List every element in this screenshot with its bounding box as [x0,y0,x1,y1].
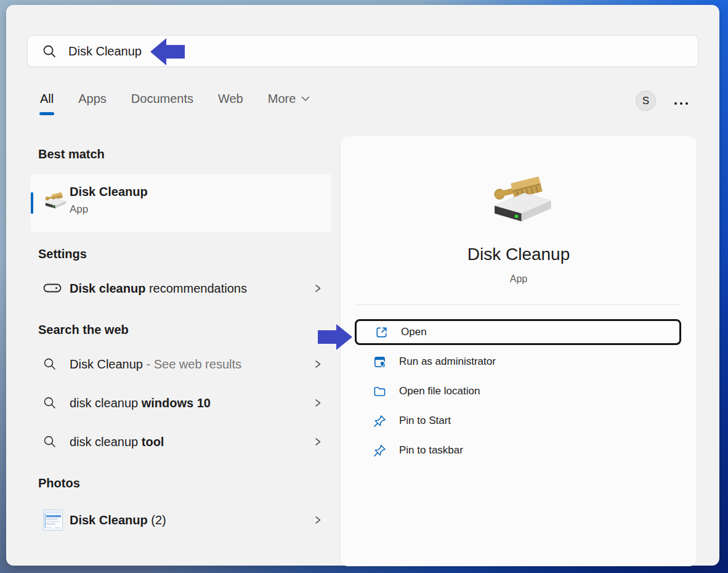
result-text-rest: (2) [148,513,166,527]
pin-icon [373,414,399,428]
account-avatar[interactable]: S [636,91,656,111]
result-text-muted: - See web results [143,357,241,371]
tab-more[interactable]: More [268,92,310,115]
best-match-result[interactable]: Disk Cleanup App [31,174,331,232]
chevron-down-icon [301,96,310,102]
action-run-as-administrator[interactable]: Run as administrator [355,349,681,375]
filter-tabs: All Apps Documents Web More [40,92,310,115]
result-text: disk cleanup tool [70,435,164,449]
result-preview-pane: Disk Cleanup App Open [341,136,697,566]
action-label: Open [401,326,427,338]
result-text-bold: windows 10 [142,396,211,410]
disk-cleanup-app-icon-large [485,172,552,228]
chevron-right-icon [314,399,322,407]
more-options-icon[interactable] [674,102,688,105]
disk-cleanup-app-icon [42,190,67,213]
result-text: disk cleanup windows 10 [70,396,211,410]
search-panel: All Apps Documents Web More S Best match [6,5,719,566]
search-box[interactable] [27,35,698,67]
search-input[interactable] [67,44,254,59]
divider [355,304,681,305]
open-external-icon [374,325,401,339]
chevron-right-icon [314,284,322,293]
action-label: Pin to Start [399,415,451,427]
action-open-file-location[interactable]: Open file location [355,378,681,404]
photos-heading: Photos [38,476,80,490]
search-icon [43,396,70,410]
action-label: Pin to taskbar [399,444,463,457]
result-text-rest: recommendations [145,282,247,295]
best-match-subtitle: App [70,203,88,216]
storage-drive-icon [43,283,70,293]
preview-subtitle: App [341,274,697,285]
result-text-lead: disk cleanup [70,435,142,449]
preview-title: Disk Cleanup [341,245,697,264]
web-suggestion-see-web-results[interactable]: Disk Cleanup - See web results [31,351,331,378]
result-text-lead: disk cleanup [70,396,142,410]
search-the-web-heading: Search the web [38,323,129,337]
result-text: Disk Cleanup - See web results [70,357,241,372]
result-text: Disk Cleanup (2) [70,513,166,527]
photo-thumbnail [43,510,70,530]
action-list: Open Run as administrator [355,319,681,467]
chevron-right-icon [314,360,322,368]
folder-icon [373,384,399,399]
tab-documents[interactable]: Documents [131,92,193,115]
pin-icon [373,444,399,458]
best-match-heading: Best match [38,147,105,161]
selection-accent-bar [31,192,33,214]
tab-web[interactable]: Web [218,92,243,115]
search-icon [43,435,70,449]
best-match-title: Disk Cleanup [70,185,148,199]
action-pin-to-taskbar[interactable]: Pin to taskbar [355,437,681,463]
windows-search-overlay: All Apps Documents Web More S Best match [0,0,728,573]
result-text-bold: Disk cleanup [70,282,145,295]
web-suggestion-tool[interactable]: disk cleanup tool [31,428,331,455]
action-open[interactable]: Open [355,319,681,345]
settings-heading: Settings [38,247,87,261]
result-text-lead: Disk Cleanup [70,357,143,371]
search-icon [43,357,70,371]
search-icon [42,44,57,59]
avatar-letter: S [642,95,649,107]
chevron-right-icon [314,437,322,446]
tab-apps[interactable]: Apps [78,92,107,115]
action-label: Open file location [399,385,480,397]
web-suggestion-windows-10[interactable]: disk cleanup windows 10 [31,389,331,417]
tab-more-label: More [268,92,296,106]
action-label: Run as administrator [399,356,496,368]
action-pin-to-start[interactable]: Pin to Start [355,408,681,434]
tab-all[interactable]: All [40,92,54,115]
settings-result-disk-cleanup-recommendations[interactable]: Disk cleanup recommendations [31,275,331,302]
chevron-right-icon [314,516,322,524]
result-text: Disk cleanup recommendations [70,282,247,296]
result-text-bold: Disk Cleanup [70,513,148,527]
result-text-bold: tool [142,435,164,449]
photos-result-disk-cleanup[interactable]: Disk Cleanup (2) [31,504,331,536]
admin-shield-icon [373,355,399,369]
